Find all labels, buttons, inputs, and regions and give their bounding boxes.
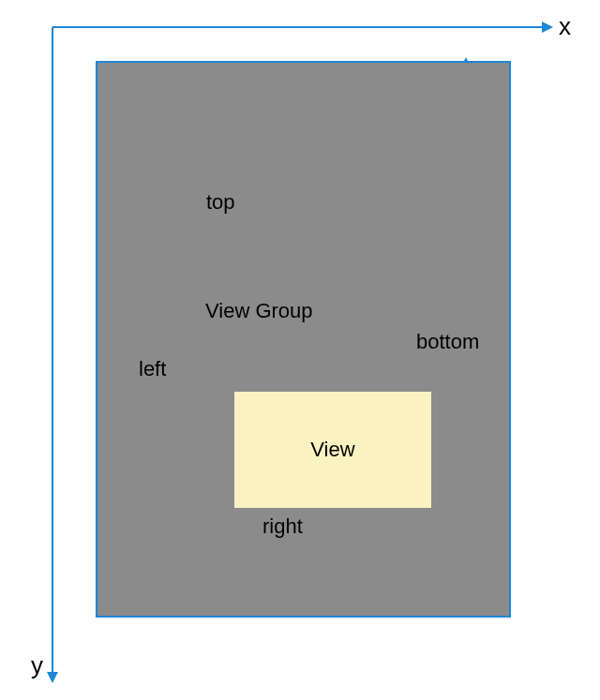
bottom-label: bottom <box>416 330 479 354</box>
y-axis-arrow <box>47 672 58 683</box>
left-label: left <box>139 357 166 381</box>
right-label: right <box>262 514 303 539</box>
view-box: View <box>234 392 431 508</box>
x-axis-arrow <box>542 22 553 33</box>
x-axis-label: x <box>559 12 571 41</box>
view-group-label: View Group <box>205 299 313 323</box>
y-axis-label: y <box>31 651 43 680</box>
view-label: View <box>310 438 354 462</box>
top-label: top <box>206 190 235 215</box>
